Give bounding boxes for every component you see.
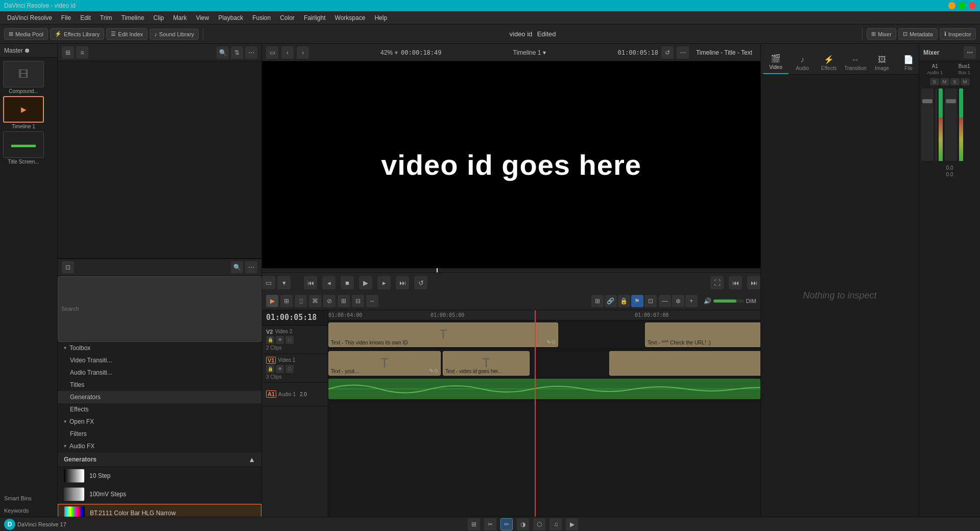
nav-toolbox[interactable]: ▾ Toolbox <box>58 342 261 354</box>
mixer-btn[interactable]: ⊞ Mixer <box>867 28 896 40</box>
tl-zoom-level-btn[interactable]: ⊕ <box>672 295 684 307</box>
menu-davinci-resolve[interactable]: DaVinci Resolve <box>3 13 56 23</box>
menu-workspace[interactable]: Workspace <box>331 13 370 23</box>
effects-more-btn[interactable]: ⋯ <box>245 261 257 273</box>
timeline-dropdown-icon[interactable]: ▾ <box>543 49 546 56</box>
tl-marker-btn[interactable]: ⊡ <box>644 295 657 307</box>
tab-file[interactable]: 📄 File <box>896 53 921 74</box>
v1-audio-btn[interactable]: □ <box>285 365 294 373</box>
edit-index-btn[interactable]: ☰ Edit Index <box>106 28 148 40</box>
more-btn[interactable]: ⋯ <box>245 47 257 59</box>
tl-insert-btn[interactable]: ⊞ <box>338 295 350 307</box>
nav-filters[interactable]: Filters <box>58 428 261 440</box>
media-item-title[interactable]: ▬▬▬ Title Screen... <box>3 131 44 165</box>
fader-bus1[interactable] <box>945 88 957 161</box>
tab-transition[interactable]: ↔ Transition <box>843 53 868 74</box>
menu-playback[interactable]: Playback <box>214 13 247 23</box>
tl-audio-link-btn[interactable]: 🔗 <box>605 295 617 307</box>
menu-view[interactable]: View <box>192 13 213 23</box>
menu-clip[interactable]: Clip <box>149 13 168 23</box>
maximize-btn[interactable] <box>959 2 966 9</box>
menu-color[interactable]: Color <box>276 13 299 23</box>
play-btn[interactable]: ▶ <box>359 276 372 289</box>
search-btn[interactable]: 🔍 <box>217 47 229 59</box>
tl-zoom-out-btn[interactable]: — <box>659 295 671 307</box>
effects-library-btn[interactable]: ⚡ Effects Library <box>50 28 104 40</box>
cut-status-btn[interactable]: ✂ <box>484 518 496 530</box>
v2-audio-btn[interactable]: □ <box>285 336 294 344</box>
preview-layout-btn[interactable]: ▭ <box>262 276 275 289</box>
tl-replace-btn[interactable]: ↔ <box>366 295 378 307</box>
gen-item-bt2111-hlg[interactable]: BT.2111 Color Bar HLG Narrow <box>58 504 261 517</box>
v2-lock-btn[interactable]: 🔒 <box>266 336 274 344</box>
stop-btn[interactable]: ■ <box>341 276 354 289</box>
nav-open-fx[interactable]: ▾ Open FX <box>58 415 261 428</box>
panel-view-btn[interactable]: ⊡ <box>62 261 74 273</box>
loop-btn[interactable]: ↺ <box>414 276 427 289</box>
viewer-more-btn[interactable]: ⋯ <box>677 47 689 59</box>
v2-clip-1[interactable]: T Text - This video knows its own ID. ∿ … <box>328 322 558 347</box>
media-pool-btn[interactable]: ⊞ Media Pool <box>4 28 48 40</box>
tab-effects[interactable]: ⚡ Effects <box>816 53 842 74</box>
media-item-timeline[interactable]: ▶ Timeline 1 <box>3 96 44 129</box>
next-clip-btn[interactable]: ⏭ <box>747 276 760 289</box>
menu-fairlight[interactable]: Fairlight <box>300 13 330 23</box>
menu-timeline[interactable]: Timeline <box>117 13 148 23</box>
gen-item-100mv[interactable]: 100mV Steps <box>58 486 261 504</box>
menu-edit[interactable]: Edit <box>76 13 95 23</box>
tl-dynamic-trim-btn[interactable]: ⊘ <box>323 295 336 307</box>
v1-clip-3[interactable]: T ∿ ◇ <box>609 351 760 376</box>
preview-scrubber[interactable] <box>262 268 760 272</box>
inspector-btn[interactable]: ℹ Inspector <box>940 28 976 40</box>
go-to-end-btn[interactable]: ⏭ <box>396 276 409 289</box>
nav-audio-fx[interactable]: ▾ Audio FX <box>58 440 261 452</box>
v1-clip-1[interactable]: T Text - yout... ∿ ◇ <box>328 351 441 376</box>
close-btn[interactable] <box>969 2 976 9</box>
tl-blade-btn[interactable]: ⌷ <box>295 295 307 307</box>
sort-btn[interactable]: ⇅ <box>231 47 243 59</box>
nav-audio-trans[interactable]: Audio Transiti... <box>58 366 261 379</box>
deliver-status-btn[interactable]: ▶ <box>566 518 578 530</box>
tab-audio[interactable]: ♪ Audio <box>790 53 815 74</box>
sound-library-btn[interactable]: ♪ Sound Library <box>150 29 199 40</box>
mixer-m-btn-bus1[interactable]: M <box>961 78 970 85</box>
viewer-arrow-left[interactable]: ‹ <box>281 47 294 59</box>
menu-trim[interactable]: Trim <box>96 13 116 23</box>
tab-image[interactable]: 🖼 Image <box>869 53 895 74</box>
grid-icon[interactable]: ⊞ <box>62 47 74 59</box>
gen-item-10step[interactable]: 10 Step <box>58 467 261 486</box>
mixer-s-btn-a1[interactable]: S <box>930 78 939 85</box>
tl-tool-select[interactable]: ▶ <box>266 295 278 307</box>
fairlight-status-btn[interactable]: ♫ <box>549 518 562 530</box>
nav-titles[interactable]: Titles <box>58 379 261 391</box>
tl-zoom-in-btn[interactable]: + <box>685 295 698 307</box>
viewer-arrow-right[interactable]: › <box>297 47 309 59</box>
go-forward-btn[interactable]: ▸ <box>377 276 391 289</box>
color-status-btn[interactable]: ◑ <box>517 518 529 530</box>
media-pool-status-btn[interactable]: ⊞ <box>468 518 480 530</box>
tl-zoom-btn[interactable]: ⊞ <box>280 295 293 307</box>
edit-status-btn[interactable]: ✏ <box>500 518 513 530</box>
metadata-btn[interactable]: ⊡ Metadata <box>898 28 938 40</box>
v2-clip-2[interactable]: T Text - ^^^ Check the URL! :) ∿ ◇ <box>645 322 760 347</box>
nav-video-trans[interactable]: Video Transiti... <box>58 354 261 366</box>
media-item-compound[interactable]: 🎞 Compound... <box>3 61 44 94</box>
fusion-status-btn[interactable]: ⬡ <box>533 518 545 530</box>
v2-eye-btn[interactable]: 👁 <box>276 336 284 344</box>
effects-search-btn[interactable]: 🔍 <box>231 261 243 273</box>
tl-trim-btn[interactable]: ⌘ <box>309 295 321 307</box>
volume-slider[interactable] <box>713 299 744 303</box>
minimize-btn[interactable] <box>948 2 955 9</box>
mixer-s-btn-bus1[interactable]: S <box>950 78 960 85</box>
v1-clip-2[interactable]: T Text - video id goes her... <box>443 351 530 376</box>
tl-flag-btn[interactable]: ⚑ <box>631 295 643 307</box>
v1-eye-btn[interactable]: 👁 <box>276 365 284 373</box>
tl-overwrite-btn[interactable]: ⊟ <box>352 295 364 307</box>
menu-help[interactable]: Help <box>370 13 391 23</box>
prev-clip-btn[interactable]: ⏮ <box>729 276 742 289</box>
go-to-start-btn[interactable]: ⏮ <box>304 276 317 289</box>
viewer-mode-btn[interactable]: ▭ <box>266 47 278 59</box>
preview-layout-dropdown[interactable]: ▾ <box>277 276 291 289</box>
tl-snapping-btn[interactable]: ⊞ <box>591 295 604 307</box>
fader-a1[interactable] <box>921 88 934 161</box>
